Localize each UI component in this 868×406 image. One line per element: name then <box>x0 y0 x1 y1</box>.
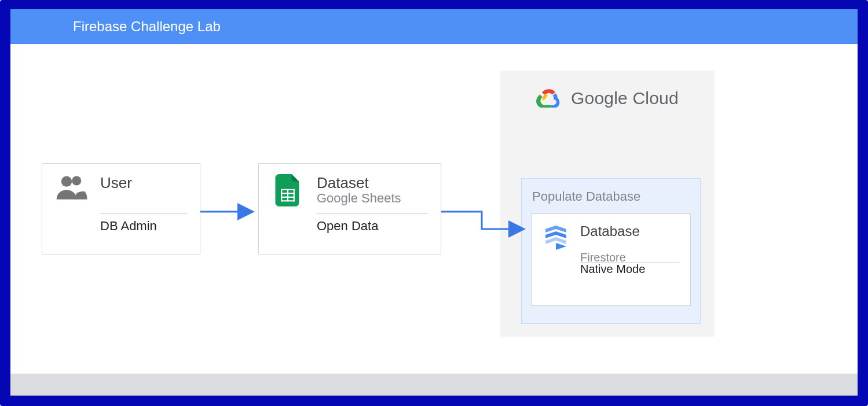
svg-point-1 <box>72 176 81 185</box>
google-sheets-icon <box>272 174 304 206</box>
diagram-canvas: User DB Admin <box>10 44 858 374</box>
node-dataset-subtitle: Google Sheets <box>317 191 401 206</box>
node-database-subtitle: Firestore <box>580 251 626 264</box>
node-database-title: Database <box>580 223 640 239</box>
footer-bar <box>10 374 858 396</box>
google-cloud-icon <box>536 87 562 110</box>
node-user-title: User <box>100 174 132 192</box>
node-dataset-note: Open Data <box>317 219 428 234</box>
svg-marker-12 <box>556 243 566 250</box>
divider <box>317 213 428 214</box>
svg-rect-6 <box>281 189 282 202</box>
users-icon <box>55 174 87 206</box>
diagram-surface: Firebase Challenge Lab <box>10 9 858 396</box>
region-google-cloud: Google Cloud Populate Database <box>500 71 715 337</box>
diagram-frame: Firebase Challenge Lab <box>0 0 868 406</box>
svg-point-0 <box>61 176 72 186</box>
region-populate-database: Populate Database <box>521 178 701 324</box>
page-title: Firebase Challenge Lab <box>73 19 221 35</box>
node-user-note: DB Admin <box>100 219 187 234</box>
region-google-cloud-label: Google Cloud <box>571 88 679 108</box>
divider <box>100 213 187 214</box>
arrow-user-to-dataset <box>200 206 258 217</box>
region-populate-database-title: Populate Database <box>532 189 640 204</box>
node-database: Database Firestore Native Mode <box>531 213 691 306</box>
firestore-icon <box>542 223 570 251</box>
svg-rect-8 <box>294 189 295 202</box>
node-dataset-title: Dataset <box>317 174 401 192</box>
node-dataset: Dataset Google Sheets Open Data <box>258 163 441 254</box>
node-database-note: Native Mode <box>580 263 645 275</box>
arrow-dataset-to-database <box>441 206 528 235</box>
svg-rect-7 <box>287 189 288 202</box>
title-bar: Firebase Challenge Lab <box>10 9 858 44</box>
node-user: User DB Admin <box>42 163 200 254</box>
